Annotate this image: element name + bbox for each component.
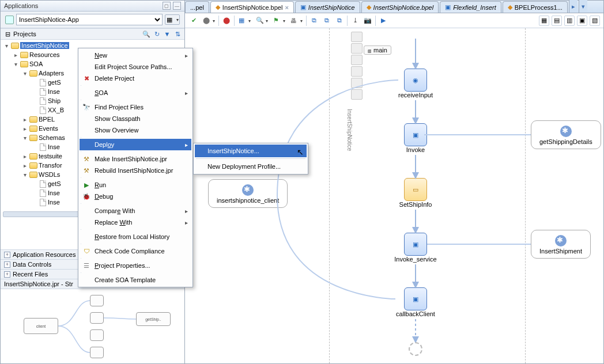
- menu-find-project-files[interactable]: 🔭Find Project Files: [80, 101, 191, 113]
- paste-icon[interactable]: ⧉: [334, 16, 345, 26]
- menu-show-classpath[interactable]: Show Classpath: [80, 113, 191, 124]
- drop-target[interactable]: [409, 342, 422, 356]
- view3-icon[interactable]: ▥: [564, 16, 575, 26]
- tabs-scroll-right[interactable]: ▸: [569, 0, 577, 13]
- menu-delete-project[interactable]: ✖Delete Project: [80, 73, 191, 84]
- bpel-canvas[interactable]: InsertShipNotice ▥ main insertshipnotice…: [185, 28, 603, 363]
- camera-icon[interactable]: 📷: [363, 16, 373, 26]
- refresh2-icon[interactable]: ↻: [152, 29, 161, 39]
- highlight-icon[interactable]: ⚑: [271, 16, 286, 26]
- panel-minimize-icon[interactable]: —: [173, 2, 181, 10]
- debug-icon: 🐞: [82, 192, 91, 201]
- app-icon: [5, 16, 14, 24]
- make-icon: ⚒: [82, 154, 91, 164]
- tabs-list-dropdown[interactable]: ▾: [579, 0, 587, 13]
- tab-insertshipnotice[interactable]: ▣InsertShipNotice: [295, 1, 360, 13]
- export-icon[interactable]: ⤓: [350, 16, 360, 26]
- filter-icon[interactable]: ▼: [163, 29, 172, 39]
- rebuild-icon: ⚒: [82, 166, 91, 175]
- cut-icon[interactable]: ⧉: [322, 16, 332, 26]
- menu-create-soa-template[interactable]: Create SOA Template: [80, 274, 191, 286]
- menu-check-code[interactable]: 🛡Check Code Compliance: [80, 245, 191, 257]
- validate-icon[interactable]: ✔: [188, 16, 199, 26]
- deploy-submenu: InsertShipNotice... New Deployment Profi…: [193, 143, 308, 175]
- shield-icon: 🛡: [82, 247, 91, 256]
- menu-rebuild[interactable]: ⚒Rebuild InsertShipNotice.jpr: [80, 165, 191, 176]
- refresh-icon[interactable]: 🔍: [142, 29, 151, 39]
- run-icon: ▶: [82, 180, 91, 189]
- menu-new[interactable]: New▸: [80, 50, 191, 61]
- structure-thumbnail[interactable]: client getShip..: [1, 289, 184, 363]
- projects-label: Projects: [13, 31, 36, 37]
- menu-debug[interactable]: 🐞Debug: [80, 191, 191, 202]
- properties-icon: ☰: [82, 261, 91, 270]
- menu-soa[interactable]: SOA▸: [80, 87, 191, 98]
- menu-deploy[interactable]: Deploy▸: [80, 139, 191, 150]
- delete-icon: ✖: [82, 74, 91, 83]
- layout-icon[interactable]: ▦: [237, 16, 252, 26]
- test-icon[interactable]: ▶: [378, 16, 388, 26]
- view1-icon[interactable]: ▦: [539, 16, 549, 26]
- app-menu-dropdown[interactable]: ▦: [165, 14, 180, 25]
- menu-edit-source-paths[interactable]: Edit Project Source Paths...: [80, 61, 191, 73]
- view2-icon[interactable]: ▤: [552, 16, 562, 26]
- menu-run[interactable]: ▶Run: [80, 179, 191, 191]
- binoculars-icon: 🔭: [82, 103, 91, 112]
- submenu-new-deployment-profile[interactable]: New Deployment Profile...: [195, 160, 307, 173]
- editor-tabs: ...pel ◆InsertShipNotice.bpel× ▣InsertSh…: [185, 1, 603, 13]
- tab-insertshipnotice-bpel-2[interactable]: ◆InsertShipNotice.bpel: [361, 1, 439, 13]
- tab-bpelprocess1[interactable]: ◆BPELProcess1...: [503, 1, 568, 13]
- menu-project-properties[interactable]: ☰Project Properties...: [80, 260, 191, 271]
- close-icon[interactable]: ×: [285, 4, 288, 11]
- applications-title: Applications: [4, 2, 160, 9]
- toggle-icon[interactable]: ⊟: [3, 29, 12, 39]
- menu-replace-with[interactable]: Replace With▸: [80, 217, 191, 228]
- editor-toolbar: ✔ ⬤ ⬤ ▦ 🔍 ⚑ 🖶 ⧉ ⧉ ⧉ ⤓ 📷 ▶ ▦ ▤ ▥ ▣ ▧: [185, 13, 603, 28]
- print-icon[interactable]: 🖶: [289, 16, 304, 26]
- panel-restore-icon[interactable]: ▢: [163, 2, 171, 10]
- tab-flexfield-insert[interactable]: ▣Flexfield_Insert: [440, 1, 501, 13]
- tab-overflow-prev[interactable]: ...pel: [185, 1, 209, 13]
- menu-make[interactable]: ⚒Make InsertShipNotice.jpr: [80, 153, 191, 165]
- menu-show-overview[interactable]: Show Overview: [80, 124, 191, 136]
- copy-icon[interactable]: ⧉: [309, 16, 319, 26]
- menu-restore-history[interactable]: Restore from Local History: [80, 231, 191, 242]
- application-dropdown[interactable]: InsertShipNotice-App: [16, 14, 163, 25]
- tab-insertshipnotice-bpel-active[interactable]: ◆InsertShipNotice.bpel×: [210, 1, 294, 13]
- menu-compare-with[interactable]: Compare With▸: [80, 205, 191, 217]
- project-context-menu: New▸ Edit Project Source Paths... ✖Delet…: [78, 48, 193, 287]
- view4-icon[interactable]: ▣: [577, 16, 587, 26]
- settings-icon[interactable]: ⇅: [173, 29, 182, 39]
- search-icon[interactable]: 🔍: [254, 16, 269, 26]
- applications-panel-header: Applications ▢ —: [1, 1, 184, 12]
- submenu-insert-ship-notice[interactable]: InsertShipNotice...: [195, 145, 307, 157]
- view5-icon[interactable]: ▧: [590, 16, 600, 26]
- toggle-breakpoint-icon[interactable]: ⬤: [221, 16, 232, 26]
- validate-dropdown[interactable]: ⬤: [201, 16, 216, 26]
